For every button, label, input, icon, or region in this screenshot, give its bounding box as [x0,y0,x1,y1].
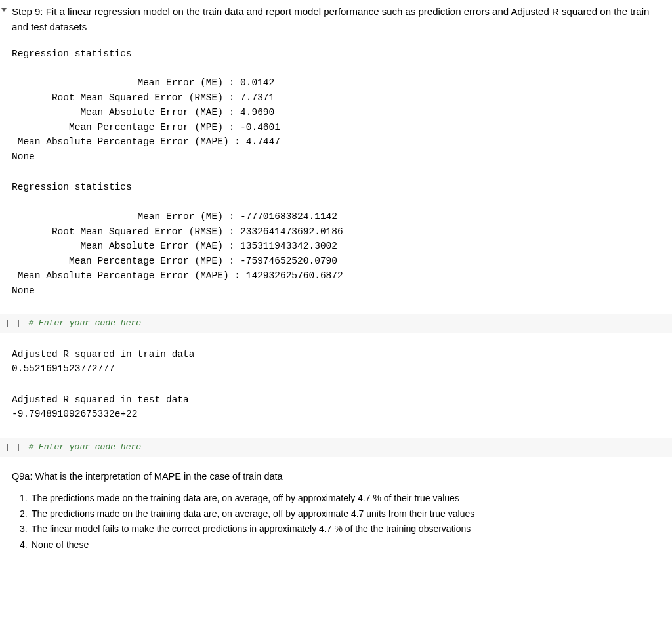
code-comment: # Enter your code here [28,318,141,328]
answer-number: 3. [20,522,28,537]
answer-option: 4.None of these [20,537,660,553]
cell-prompt: [ ] [5,442,28,452]
answer-text: The predictions made on the training dat… [32,508,474,519]
code-cell-1[interactable]: [ ] # Enter your code here [0,314,672,333]
answer-option: 3.The linear model fails to make the cor… [20,522,660,537]
step-heading: Step 9: Fit a linear regression model on… [12,4,660,35]
code-comment: # Enter your code here [28,442,141,452]
step-heading-text: Step 9: Fit a linear regression model on… [12,6,649,32]
answer-option: 1.The predictions made on the training d… [20,491,660,507]
regression-stats-1: Regression statistics Mean Error (ME) : … [12,47,660,165]
caret-down-icon [1,8,7,12]
adjusted-r2-test: Adjusted R_squared in test data -9.79489… [12,392,660,422]
adjusted-r2-train: Adjusted R_squared in train data 0.55216… [12,347,660,377]
answer-number: 2. [20,507,28,522]
answer-list: 1.The predictions made on the training d… [12,491,660,553]
answer-text: The predictions made on the training dat… [32,493,459,503]
answer-text: None of these [32,539,89,550]
question-heading: Q9a: What is the interpretation of MAPE … [12,471,660,482]
cell-prompt: [ ] [5,318,28,328]
answer-number: 1. [20,491,28,507]
regression-stats-2: Regression statistics Mean Error (ME) : … [12,180,660,298]
answer-option: 2.The predictions made on the training d… [20,507,660,522]
code-cell-2[interactable]: [ ] # Enter your code here [0,438,672,457]
answer-number: 4. [20,537,28,553]
answer-text: The linear model fails to make the corre… [32,524,471,534]
